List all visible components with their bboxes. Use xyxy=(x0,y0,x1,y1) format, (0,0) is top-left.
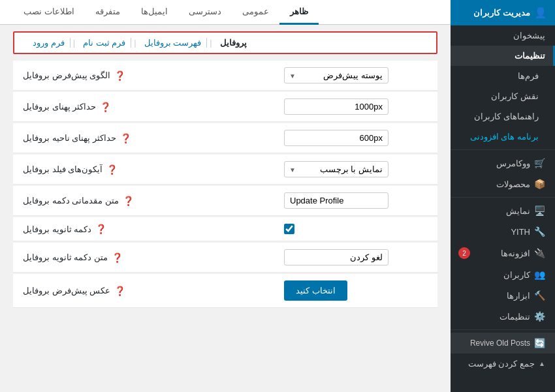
sidebar: 👤 مدیریت کاربران پیشخوان تنظیمات فرم‌ها … xyxy=(451,0,555,392)
setting-control-max-width[interactable] xyxy=(284,98,428,115)
setting-control-max-height[interactable] xyxy=(284,130,428,146)
setting-control-default-avatar[interactable]: پوسته پیش‌فرض ▼ xyxy=(284,67,428,83)
sidebar-item-forms[interactable]: فرم‌ها xyxy=(451,66,555,86)
help-icon-max-width[interactable]: ❓ xyxy=(100,102,111,112)
icons-field-select[interactable]: نمایش با برچسب xyxy=(284,161,388,177)
sidebar-item-roles[interactable]: نقش کاربران xyxy=(451,86,555,106)
setting-row-secondary-text: ❓ متن دکمه ثانویه بروفایل xyxy=(13,243,437,273)
users-icon: 👥 xyxy=(534,269,545,280)
woocommerce-label: ووکامرس xyxy=(496,158,530,168)
help-icon-update-button[interactable]: ❓ xyxy=(123,196,134,206)
sidebar-item-pishkhan[interactable]: پیشخوان xyxy=(451,25,555,46)
sidebar-item-woocommerce[interactable]: 🛒 ووکامرس xyxy=(451,153,555,173)
sidebar-item-extensions[interactable]: 🔌 افزونه‌ها 2 xyxy=(451,242,555,264)
setting-label-text-default-avatar: الگوی پیش‌فرض بروفایل xyxy=(23,70,110,80)
settings-icon: ⚙️ xyxy=(534,311,545,322)
products-label: محصولات xyxy=(496,179,530,189)
max-height-input[interactable] xyxy=(284,130,388,146)
setting-label-secondary-button: ❓ دکمه ثانویه بروفایل xyxy=(23,224,284,234)
setting-label-icons-field: ❓ آیکون‌های فیلد بروفایل xyxy=(23,164,284,175)
setting-label-text-secondary-button: دکمه ثانویه بروفایل xyxy=(23,224,91,234)
setting-label-secondary-text: ❓ متن دکمه ثانویه بروفایل xyxy=(23,252,284,263)
users-label: کاربران xyxy=(503,270,530,280)
help-icon-max-height[interactable]: ❓ xyxy=(120,133,131,143)
tools-icon: 🔨 xyxy=(534,290,545,301)
setting-label-text-max-height: حداکثر پهنای ناحیه بروفایل xyxy=(23,133,116,143)
default-avatar-select-wrapper[interactable]: پوسته پیش‌فرض ▼ xyxy=(284,67,388,83)
settings-grid: پوسته پیش‌فرض ▼ ❓ الگوی پیش‌فرض بروفایل … xyxy=(0,54,451,322)
divider-2 xyxy=(451,197,555,198)
forms-label: فرم‌ها xyxy=(518,71,539,81)
sidebar-item-yith[interactable]: 🔧 YITH xyxy=(451,221,555,242)
setting-row-secondary-button: ❓ دکمه ثانویه بروفایل xyxy=(13,217,437,241)
sidebar-header: 👤 مدیریت کاربران xyxy=(451,0,555,25)
sub-tabs-label: پروفایل xyxy=(215,38,252,48)
setting-control-default-photo[interactable]: انتخاب کنید xyxy=(284,280,428,301)
select-photo-button[interactable]: انتخاب کنید xyxy=(284,280,347,301)
secondary-text-input[interactable] xyxy=(284,249,388,265)
sidebar-header-label: مدیریت کاربران xyxy=(473,8,530,18)
setting-row-icons-field: نمایش با برچسب ▼ ❓ آیکون‌های فیلد بروفای… xyxy=(13,155,437,185)
tools-label: ابزارها xyxy=(507,291,530,301)
sidebar-item-addons[interactable]: برنامه های افزودنی xyxy=(451,127,555,147)
setting-row-max-height: ❓ حداکثر پهنای ناحیه بروفایل xyxy=(13,123,437,153)
tab-profile[interactable]: ظاهر xyxy=(279,0,319,25)
sidebar-item-revive[interactable]: 🔄 Revive Old Posts xyxy=(451,333,555,354)
sidebar-item-users[interactable]: 👥 کاربران xyxy=(451,264,555,285)
setting-label-update-button: ❓ متن مقدماتی دکمه بروفایل xyxy=(23,196,284,206)
addons-label: برنامه های افزودنی xyxy=(470,132,539,142)
tanzimate-label: تنظیمات xyxy=(515,51,545,61)
tab-access[interactable]: دسترسی xyxy=(178,0,232,25)
setting-control-secondary-text[interactable] xyxy=(284,249,428,265)
collect-icon: ▲ xyxy=(539,360,545,367)
roles-label: نقش کاربران xyxy=(491,91,539,101)
sidebar-item-guidelines[interactable]: راهنماهای کاربران xyxy=(451,106,555,127)
setting-control-update-button[interactable] xyxy=(284,192,428,209)
help-icon-secondary-text[interactable]: ❓ xyxy=(112,252,123,263)
default-avatar-select[interactable]: پوسته پیش‌فرض xyxy=(284,67,388,83)
help-icon-secondary-button[interactable]: ❓ xyxy=(95,224,106,234)
setting-row-default-photo: انتخاب کنید ❓ عکس پیش‌فرض بروفایل xyxy=(13,274,437,308)
revive-icon: 🔄 xyxy=(534,338,545,348)
setting-label-default-avatar: ❓ الگوی پیش‌فرض بروفایل xyxy=(23,70,284,81)
setting-label-max-width: ❓ حداکثر پهنای بروفایل xyxy=(23,102,284,112)
display-label: نمایش xyxy=(506,206,530,216)
secondary-button-checkbox[interactable] xyxy=(284,224,294,234)
setting-label-max-height: ❓ حداکثر پهنای ناحیه بروفایل xyxy=(23,133,284,143)
help-icon-icons-field[interactable]: ❓ xyxy=(106,164,118,175)
sub-tab-login-form[interactable]: فرم ورود xyxy=(27,38,71,48)
tab-misc[interactable]: متفرقه xyxy=(85,0,131,25)
sidebar-item-tanzimate[interactable]: تنظیمات xyxy=(451,46,555,66)
extensions-badge: 2 xyxy=(458,247,470,259)
yith-icon: 🔧 xyxy=(534,226,545,237)
setting-label-text-update-button: متن مقدماتی دکمه بروفایل xyxy=(23,196,119,205)
setting-label-text-secondary-text: متن دکمه ثانویه بروفایل xyxy=(23,252,108,262)
sub-tab-register-form[interactable]: فرم ثبت نام xyxy=(78,38,131,48)
help-icon-default-avatar[interactable]: ❓ xyxy=(114,70,125,81)
sub-tab-profile-list[interactable]: فهرست بروفایل xyxy=(139,38,208,48)
sidebar-item-products[interactable]: 📦 محصولات xyxy=(451,173,555,194)
pishkhan-label: پیشخوان xyxy=(513,31,545,40)
user-management-icon: 👤 xyxy=(534,7,547,19)
setting-label-text-default-photo: عکس پیش‌فرض بروفایل xyxy=(23,286,110,295)
update-button-input[interactable] xyxy=(284,192,388,209)
help-icon-default-photo[interactable]: ❓ xyxy=(114,286,125,296)
sidebar-item-display[interactable]: 🖥️ نمایش xyxy=(451,200,555,221)
setting-row-update-button: ❓ متن مقدماتی دکمه بروفایل xyxy=(13,186,437,216)
tab-install-info[interactable]: اطلاعات نصب xyxy=(13,0,85,25)
max-width-input[interactable] xyxy=(284,98,388,115)
setting-control-icons-field[interactable]: نمایش با برچسب ▼ xyxy=(284,161,428,177)
setting-label-default-photo: ❓ عکس پیش‌فرض بروفایل xyxy=(23,286,284,296)
setting-label-text-max-width: حداکثر پهنای بروفایل xyxy=(23,102,96,112)
tab-emails[interactable]: ایمیل‌ها xyxy=(131,0,178,25)
sidebar-item-settings[interactable]: ⚙️ تنظیمات xyxy=(451,306,555,327)
main-content: اطلاعات نصب متفرقه ایمیل‌ها دسترسی عمومی… xyxy=(0,0,451,392)
extensions-icon: 🔌 xyxy=(534,248,545,258)
setting-label-text-icons-field: آیکون‌های فیلد بروفایل xyxy=(23,164,103,174)
sidebar-item-tools[interactable]: 🔨 ابزارها xyxy=(451,285,555,306)
tab-general[interactable]: عمومی xyxy=(232,0,279,25)
icons-field-select-wrapper[interactable]: نمایش با برچسب ▼ xyxy=(284,161,388,177)
sidebar-item-collect[interactable]: ▲ جمع کردن فهرست xyxy=(451,354,555,374)
sub-tabs-row: پروفایل | فهرست بروفایل | فرم ثبت نام | … xyxy=(13,31,437,54)
setting-control-secondary-button[interactable] xyxy=(284,224,428,234)
